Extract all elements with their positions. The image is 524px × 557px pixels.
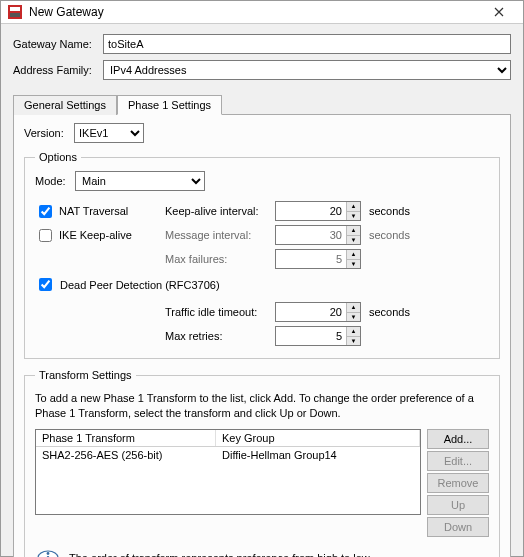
dead-peer-detection-checkbox[interactable]	[39, 278, 52, 291]
down-button[interactable]: Down	[427, 517, 489, 537]
version-select[interactable]: IKEv1	[74, 123, 144, 143]
info-icon	[37, 547, 59, 557]
column-key-group[interactable]: Key Group	[216, 430, 420, 446]
cell-key-group: Diffie-Hellman Group14	[216, 447, 420, 463]
new-gateway-dialog: New Gateway Gateway Name: Address Family…	[0, 0, 524, 557]
version-label: Version:	[24, 127, 74, 139]
nat-traversal-checkbox[interactable]	[39, 205, 52, 218]
add-button[interactable]: Add...	[427, 429, 489, 449]
options-legend: Options	[35, 151, 81, 163]
keep-alive-interval-spinner[interactable]: ▲▼	[275, 201, 361, 221]
tabstrip: General Settings Phase 1 Settings	[13, 94, 511, 114]
seconds-unit-2: seconds	[369, 229, 410, 241]
tab-phase1-settings[interactable]: Phase 1 Settings	[117, 95, 222, 115]
seconds-unit-3: seconds	[369, 306, 410, 318]
address-family-label: Address Family:	[13, 64, 103, 76]
listview-header: Phase 1 Transform Key Group	[36, 430, 420, 447]
svg-point-4	[47, 552, 50, 555]
listview-rows: SHA2-256-AES (256-bit) Diffie-Hellman Gr…	[36, 447, 420, 514]
transform-description: To add a new Phase 1 Transform to the li…	[35, 391, 489, 421]
spinner-buttons[interactable]: ▲▼	[346, 303, 360, 321]
max-failures-input[interactable]	[276, 250, 346, 268]
message-interval-input[interactable]	[276, 226, 346, 244]
gateway-name-input[interactable]	[103, 34, 511, 54]
remove-button[interactable]: Remove	[427, 473, 489, 493]
dead-peer-detection-label: Dead Peer Detection (RFC3706)	[60, 279, 220, 291]
max-retries-label: Max retries:	[165, 330, 275, 342]
max-failures-label: Max failures:	[165, 253, 275, 265]
spinner-buttons[interactable]: ▲▼	[346, 202, 360, 220]
seconds-unit-1: seconds	[369, 205, 410, 217]
keep-alive-interval-input[interactable]	[276, 202, 346, 220]
mode-label: Mode:	[35, 175, 75, 187]
nat-traversal-label: NAT Traversal	[59, 205, 128, 217]
options-group: Options Mode: Main NAT Traversal	[24, 151, 500, 359]
ike-keep-alive-checkbox[interactable]	[39, 229, 52, 242]
close-button[interactable]	[481, 1, 517, 23]
keep-alive-interval-label: Keep-alive interval:	[165, 205, 275, 217]
mode-select[interactable]: Main	[75, 171, 205, 191]
address-family-select[interactable]: IPv4 Addresses	[103, 60, 511, 80]
table-row[interactable]: SHA2-256-AES (256-bit) Diffie-Hellman Gr…	[36, 447, 420, 463]
traffic-idle-timeout-spinner[interactable]: ▲▼	[275, 302, 361, 322]
max-retries-spinner[interactable]: ▲▼	[275, 326, 361, 346]
svg-rect-2	[10, 13, 20, 17]
message-interval-spinner[interactable]: ▲▼	[275, 225, 361, 245]
transform-listview[interactable]: Phase 1 Transform Key Group SHA2-256-AES…	[35, 429, 421, 515]
message-interval-label: Message interval:	[165, 229, 275, 241]
cell-transform: SHA2-256-AES (256-bit)	[36, 447, 216, 463]
info-text: The order of transform represents prefer…	[69, 552, 372, 557]
edit-button[interactable]: Edit...	[427, 451, 489, 471]
ike-keep-alive-label: IKE Keep-alive	[59, 229, 132, 241]
up-button[interactable]: Up	[427, 495, 489, 515]
transform-settings-group: Transform Settings To add a new Phase 1 …	[24, 369, 500, 557]
max-failures-spinner[interactable]: ▲▼	[275, 249, 361, 269]
column-phase1-transform[interactable]: Phase 1 Transform	[36, 430, 216, 446]
svg-rect-1	[10, 7, 20, 11]
tab-general-settings[interactable]: General Settings	[13, 95, 117, 115]
phase1-panel: Version: IKEv1 Options Mode: Main	[13, 114, 511, 557]
spinner-buttons[interactable]: ▲▼	[346, 327, 360, 345]
window-title: New Gateway	[29, 5, 481, 19]
traffic-idle-timeout-input[interactable]	[276, 303, 346, 321]
transform-settings-legend: Transform Settings	[35, 369, 136, 381]
gateway-name-label: Gateway Name:	[13, 38, 103, 50]
traffic-idle-timeout-label: Traffic idle timeout:	[165, 306, 275, 318]
app-icon	[7, 4, 23, 20]
spinner-buttons[interactable]: ▲▼	[346, 226, 360, 244]
spinner-buttons[interactable]: ▲▼	[346, 250, 360, 268]
max-retries-input[interactable]	[276, 327, 346, 345]
titlebar: New Gateway	[1, 1, 523, 24]
